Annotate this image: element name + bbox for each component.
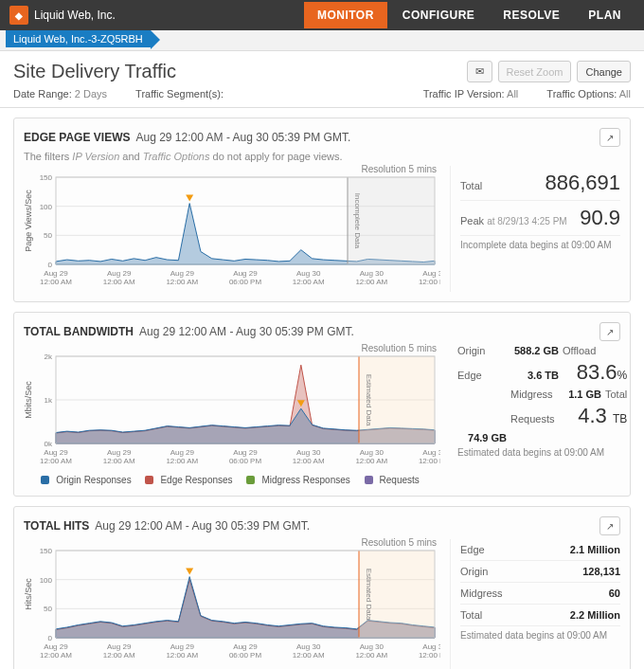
- svg-text:0k: 0k: [45, 440, 53, 448]
- ipver-label: Traffic IP Version:: [423, 88, 505, 99]
- svg-text:Aug 29: Aug 29: [107, 642, 132, 651]
- svg-text:Estimated Data: Estimated Data: [365, 374, 373, 426]
- svg-text:Aug 30: Aug 30: [296, 269, 321, 278]
- panel3-title: TOTAL HITS Aug 29 12:00 AM - Aug 30 05:3…: [24, 519, 310, 533]
- panel1-chart[interactable]: Resolution 5 mins 050100150Page Views/Se…: [24, 166, 440, 292]
- svg-text:2k: 2k: [45, 353, 53, 361]
- svg-text:50: 50: [44, 605, 52, 613]
- svg-text:Aug 29: Aug 29: [44, 269, 68, 278]
- svg-text:Aug 30: Aug 30: [422, 269, 440, 278]
- breadcrumb-bar: Liquid Web, Inc.-3-ZQ5RBH: [0, 30, 644, 51]
- panel2-est-note: Estimated data begins at 09:00 AM: [457, 447, 627, 458]
- svg-text:12:00 PM: 12:00 PM: [419, 651, 440, 660]
- svg-text:12:00 AM: 12:00 AM: [355, 651, 387, 660]
- brand-name: Liquid Web, Inc.: [34, 9, 116, 22]
- svg-text:12:00 AM: 12:00 AM: [103, 651, 135, 660]
- svg-text:100: 100: [40, 576, 53, 585]
- svg-text:100: 100: [40, 203, 53, 211]
- nav-resolve[interactable]: RESOLVE: [490, 2, 573, 28]
- svg-text:Hits/Sec: Hits/Sec: [24, 578, 33, 610]
- change-button[interactable]: Change: [577, 61, 631, 82]
- svg-text:Aug 29: Aug 29: [107, 448, 132, 457]
- svg-text:50: 50: [44, 231, 52, 240]
- panel3-est-note: Estimated data begins at 09:00 AM: [460, 630, 620, 641]
- svg-text:Aug 29: Aug 29: [44, 448, 68, 457]
- panel3-stats: Edge2.1 Million Origin128,131 Midgress60…: [450, 539, 620, 669]
- panel1-est-note: Incomplete data begins at 09:00 AM: [460, 240, 620, 250]
- svg-text:12:00 AM: 12:00 AM: [40, 278, 72, 286]
- nav-monitor[interactable]: MONITOR: [304, 2, 387, 28]
- page-header: Site Delivery Traffic ✉ Reset Zoom Chang…: [0, 51, 644, 88]
- svg-text:Aug 30: Aug 30: [422, 448, 440, 457]
- svg-text:Estimated Data: Estimated Data: [365, 569, 373, 621]
- svg-text:Aug 29: Aug 29: [233, 448, 258, 457]
- svg-text:12:00 AM: 12:00 AM: [293, 278, 325, 286]
- share-icon[interactable]: ↗: [599, 322, 620, 341]
- svg-text:12:00 AM: 12:00 AM: [103, 457, 135, 465]
- svg-text:Aug 30: Aug 30: [296, 448, 321, 457]
- svg-marker-9: [186, 195, 193, 202]
- svg-text:12:00 AM: 12:00 AM: [166, 278, 198, 286]
- svg-text:12:00 AM: 12:00 AM: [103, 278, 135, 286]
- svg-text:12:00 AM: 12:00 AM: [293, 651, 325, 660]
- peak-label: Peak at 8/29/13 4:25 PM: [460, 215, 567, 226]
- panel2-legend: Origin Responses Edge Responses Midgress…: [24, 475, 440, 486]
- svg-text:0: 0: [48, 634, 53, 642]
- share-icon[interactable]: ↗: [599, 516, 620, 535]
- traffic-options-value: All: [619, 88, 631, 99]
- panel2-chart[interactable]: Resolution 5 mins 0k1k2kMbits/SecEstimat…: [24, 345, 440, 486]
- svg-marker-63: [186, 569, 193, 575]
- svg-text:Aug 29: Aug 29: [170, 642, 195, 651]
- svg-text:Aug 29: Aug 29: [170, 448, 195, 457]
- svg-text:Aug 29: Aug 29: [233, 642, 258, 651]
- svg-text:Aug 30: Aug 30: [360, 642, 385, 651]
- panel1-stats: Total886,691 Peak at 8/29/13 4:25 PM90.9…: [450, 166, 620, 292]
- svg-text:12:00 AM: 12:00 AM: [355, 457, 387, 465]
- svg-text:Aug 30: Aug 30: [360, 448, 385, 457]
- resolution-label: Resolution 5 mins: [362, 164, 437, 174]
- svg-text:12:00 AM: 12:00 AM: [355, 278, 387, 286]
- svg-text:Aug 29: Aug 29: [107, 269, 132, 278]
- panel1-title: EDGE PAGE VIEWS Aug 29 12:00 AM - Aug 30…: [24, 131, 350, 144]
- peak-value: 90.9: [580, 206, 620, 230]
- svg-text:12:00 PM: 12:00 PM: [419, 457, 440, 465]
- share-icon[interactable]: ↗: [599, 128, 620, 147]
- svg-text:Aug 29: Aug 29: [170, 269, 195, 278]
- svg-text:12:00 AM: 12:00 AM: [166, 457, 198, 465]
- resolution-label: Resolution 5 mins: [362, 343, 437, 353]
- top-nav: MONITOR CONFIGURE RESOLVE PLAN: [304, 2, 635, 28]
- svg-text:150: 150: [40, 173, 53, 182]
- svg-text:Aug 29: Aug 29: [233, 269, 258, 278]
- resolution-label: Resolution 5 mins: [362, 537, 437, 548]
- svg-text:1k: 1k: [45, 396, 53, 405]
- mail-button[interactable]: ✉: [467, 61, 492, 82]
- panel3-chart[interactable]: Resolution 5 mins 050100150Hits/SecEstim…: [24, 539, 440, 669]
- panel-edge-page-views: EDGE PAGE VIEWS Aug 29 12:00 AM - Aug 30…: [13, 118, 631, 302]
- nav-plan[interactable]: PLAN: [575, 2, 635, 28]
- breadcrumb[interactable]: Liquid Web, Inc.-3-ZQ5RBH: [6, 30, 151, 47]
- svg-text:Mbits/Sec: Mbits/Sec: [24, 381, 33, 419]
- panel2-stats: Origin588.2 GBOffload Edge3.6 TB83.6% Mi…: [450, 345, 627, 486]
- reset-zoom-button[interactable]: Reset Zoom: [498, 61, 572, 82]
- date-range-label: Date Range:: [13, 88, 72, 99]
- total-label: Total: [460, 180, 482, 191]
- page-title: Site Delivery Traffic: [13, 61, 176, 82]
- nav-configure[interactable]: CONFIGURE: [389, 2, 489, 28]
- topbar: ◆ Liquid Web, Inc. MONITOR CONFIGURE RES…: [0, 0, 644, 30]
- svg-text:Aug 29: Aug 29: [44, 642, 68, 651]
- date-range-value: 2 Days: [75, 88, 107, 99]
- panel2-title: TOTAL BANDWIDTH Aug 29 12:00 AM - Aug 30…: [24, 325, 354, 338]
- filters-bar: Date Range: 2 Days Traffic Segment(s): T…: [0, 88, 644, 108]
- svg-text:Incomplete Data: Incomplete Data: [353, 193, 362, 249]
- brand-logo-icon: ◆: [9, 6, 28, 25]
- brand: ◆ Liquid Web, Inc.: [9, 6, 116, 25]
- svg-text:Aug 30: Aug 30: [360, 269, 385, 278]
- traffic-options-label: Traffic Options:: [546, 88, 617, 99]
- svg-text:06:00 PM: 06:00 PM: [229, 278, 262, 286]
- panel-total-bandwidth: TOTAL BANDWIDTH Aug 29 12:00 AM - Aug 30…: [13, 312, 631, 497]
- svg-text:06:00 PM: 06:00 PM: [229, 457, 262, 465]
- svg-text:12:00 AM: 12:00 AM: [40, 457, 72, 465]
- svg-text:12:00 AM: 12:00 AM: [166, 651, 198, 660]
- svg-text:Aug 30: Aug 30: [296, 642, 321, 651]
- svg-text:06:00 PM: 06:00 PM: [229, 651, 262, 660]
